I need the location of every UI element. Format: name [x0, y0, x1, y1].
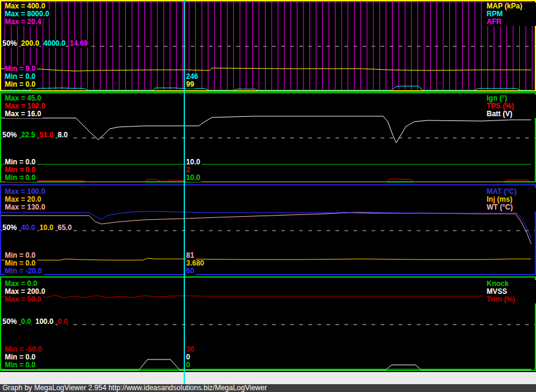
trace-mvss: [1, 359, 531, 370]
trace-batt: [1, 116, 531, 143]
trace-rpm: [1, 86, 531, 90]
statusbar: Graph by MegaLogViewer 2.954 http://www.…: [0, 384, 536, 392]
panel-border-mat-inj-wt[interactable]: [1, 185, 535, 275]
statusbar-text: Graph by MegaLogViewer 2.954 http://www.…: [2, 384, 267, 392]
trace-trim: [1, 295, 531, 298]
trace-wt: [1, 213, 531, 244]
graph-canvas[interactable]: [0, 0, 536, 384]
trace-inj: [1, 258, 531, 260]
trace-afr: [1, 1, 532, 90]
panel-border-ign-tps-batt[interactable]: [1, 93, 535, 182]
trace-map: [1, 68, 531, 71]
graph-area[interactable]: Max = 400.0Max = 8000.0Max = 20.4Min = 9…: [0, 0, 536, 392]
panel-border-knock-mvss-trim[interactable]: [1, 277, 535, 370]
